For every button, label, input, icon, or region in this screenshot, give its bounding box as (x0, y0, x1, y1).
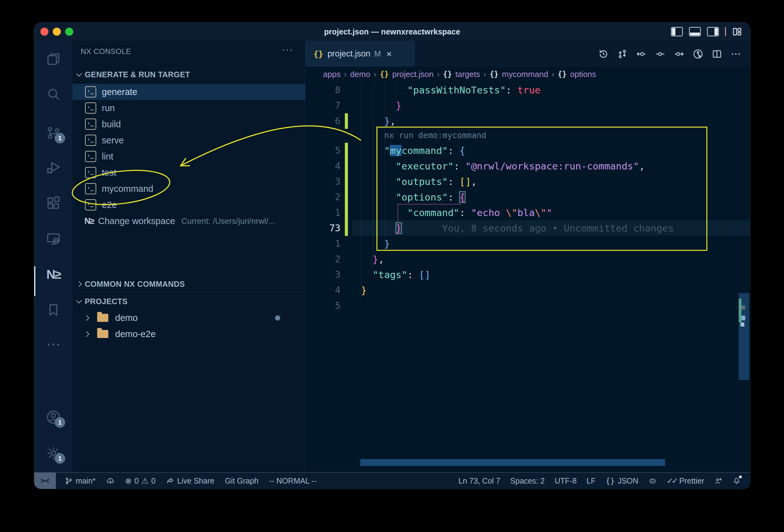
target-item-e2e[interactable]: e2e (73, 197, 305, 213)
breadcrumb-item-demo[interactable]: demo (350, 69, 370, 79)
line-number: 3 (315, 267, 340, 282)
target-item-mycommand[interactable]: mycommand (73, 180, 305, 197)
breadcrumb-item-project-json[interactable]: project.json (392, 69, 433, 79)
feedback-item[interactable] (714, 477, 723, 485)
section-common-nx-commands[interactable]: COMMON NX COMMANDS (73, 276, 305, 292)
eol-item[interactable]: LF (587, 476, 596, 485)
breadcrumb-item-mycommand[interactable]: mycommand (502, 69, 548, 79)
code-editor[interactable]: 8 "passWithNoTests": true7 }6 },nx run d… (305, 82, 750, 473)
section-generate-run-target[interactable]: GENERATE & RUN TARGET (73, 68, 305, 81)
nx-console-icon[interactable]: N≥ (45, 266, 61, 282)
code-line[interactable]: 4 "executor": "@nrwl/workspace:run-comma… (305, 158, 750, 174)
code-line[interactable]: 2 "options": { (305, 189, 750, 205)
tab-bar: {} project.json M × (305, 41, 750, 67)
git-graph-item[interactable]: Git Graph (225, 476, 258, 485)
git-graph-view-icon[interactable] (693, 49, 704, 60)
modified-line-gutter-bar (345, 174, 348, 189)
terminal-icon (85, 135, 96, 146)
close-tab-icon[interactable]: × (386, 49, 392, 59)
code-line[interactable]: 5 "mycommand": { (305, 143, 750, 158)
project-list: demodemo-e2e (73, 310, 305, 342)
breadcrumb-item-options[interactable]: options (570, 69, 596, 79)
language-mode-item[interactable]: {} JSON (606, 476, 639, 485)
breadcrumb-item-targets[interactable]: targets (455, 69, 480, 79)
code-line[interactable]: 8 "passWithNoTests": true (305, 82, 750, 98)
live-share-item[interactable]: Live Share (166, 476, 215, 485)
account-icon[interactable]: 1 (45, 409, 61, 425)
cursor-position-item[interactable]: Ln 73, Col 7 (458, 476, 500, 485)
vim-mode-indicator[interactable]: -- NORMAL -- (269, 476, 316, 485)
customize-layout-icon[interactable] (732, 27, 742, 37)
current-workspace-path: Current: /Users/juri/nrwl/... (181, 216, 275, 226)
indentation-item[interactable]: Spaces: 2 (510, 476, 545, 485)
target-item-run[interactable]: run (73, 100, 305, 116)
breadcrumb-separator: › (437, 69, 440, 79)
settings-gear-icon[interactable]: 1 (45, 445, 61, 461)
code-line[interactable]: 1 } (305, 236, 750, 251)
divider (73, 292, 305, 293)
notifications-item[interactable] (732, 477, 741, 485)
run-debug-icon[interactable] (45, 159, 61, 175)
modified-line-gutter-bar (345, 220, 348, 236)
open-change-icon[interactable] (654, 49, 666, 60)
code-line[interactable]: 3 "outputs": [], (305, 174, 750, 189)
code-line[interactable]: 2 }, (305, 251, 750, 267)
explorer-icon[interactable] (45, 51, 61, 67)
editor-group: {} project.json M × apps›demo›{}project.… (305, 41, 750, 473)
project-item-demo-e2e[interactable]: demo-e2e (73, 326, 305, 342)
previous-change-icon[interactable] (636, 49, 647, 60)
status-bar: >< main* ⊗ 0 ⚠ 0 Live Share Git Graph (34, 472, 750, 489)
source-control-badge: 1 (55, 133, 65, 143)
remote-indicator[interactable]: >< (34, 473, 56, 489)
project-item-demo[interactable]: demo (73, 310, 305, 326)
sync-changes-item[interactable] (106, 477, 114, 485)
target-item-serve[interactable]: serve (73, 132, 305, 148)
code-line-text: "options": { (361, 189, 465, 205)
toggle-panel-icon[interactable] (689, 27, 701, 36)
change-workspace-item[interactable]: N≥ Change workspace Current: /Users/juri… (73, 213, 305, 229)
code-line[interactable]: 4} (305, 282, 750, 298)
encoding-item[interactable]: UTF-8 (555, 476, 577, 485)
horizontal-scrollbar[interactable] (360, 459, 665, 466)
more-actions-icon[interactable] (730, 49, 741, 60)
sidebar-more-actions-icon[interactable]: ··· (282, 44, 293, 55)
breadcrumb-item-apps[interactable]: apps (323, 69, 340, 79)
toggle-secondary-sidebar-icon[interactable] (707, 27, 719, 36)
copilot-item[interactable] (648, 477, 657, 485)
code-line[interactable]: 1 "command": "echo \"bla\"" (305, 205, 750, 220)
minimap-mark (741, 316, 745, 320)
tab-project-json[interactable]: {} project.json M × (305, 41, 416, 67)
toggle-sidebar-icon[interactable] (671, 27, 683, 36)
code-line[interactable]: 7 } (305, 98, 750, 113)
extensions-icon[interactable] (45, 195, 61, 211)
line-number: 4 (315, 282, 340, 298)
compare-changes-icon[interactable] (617, 49, 628, 60)
more-views-icon[interactable] (45, 336, 61, 353)
code-line[interactable]: 5 (305, 298, 750, 313)
terminal-icon (85, 167, 96, 178)
code-line[interactable]: 6 }, (305, 113, 750, 129)
problems-item[interactable]: ⊗ 0 ⚠ 0 (125, 476, 156, 485)
code-line[interactable]: 3 "tags": [] (305, 267, 750, 282)
line-number: 6 (315, 113, 340, 129)
git-branch-item[interactable]: main* (64, 476, 95, 485)
target-label: generate (102, 87, 138, 97)
modified-line-gutter-bar (345, 143, 348, 158)
source-control-icon[interactable]: 1 (45, 125, 61, 141)
split-editor-icon[interactable] (711, 49, 723, 60)
next-change-icon[interactable] (673, 49, 685, 60)
code-lens-run-command[interactable]: nx run demo:mycommand (384, 129, 486, 142)
bookmark-icon[interactable] (45, 302, 61, 318)
section-projects[interactable]: PROJECTS (73, 293, 305, 310)
target-item-lint[interactable]: lint (73, 148, 305, 165)
remote-explorer-icon[interactable] (45, 231, 61, 247)
code-line[interactable]: 73 } You, 8 seconds ago • Uncommitted ch… (305, 220, 750, 236)
target-item-build[interactable]: build (73, 116, 305, 132)
project-status-dot (275, 315, 280, 320)
target-item-test[interactable]: test (73, 165, 305, 180)
search-icon[interactable] (45, 86, 61, 103)
modified-indicator: M (374, 49, 381, 59)
timeline-history-icon[interactable] (598, 49, 609, 60)
prettier-item[interactable]: ✓✓ Prettier (667, 476, 704, 486)
target-item-generate[interactable]: generate (73, 84, 305, 100)
